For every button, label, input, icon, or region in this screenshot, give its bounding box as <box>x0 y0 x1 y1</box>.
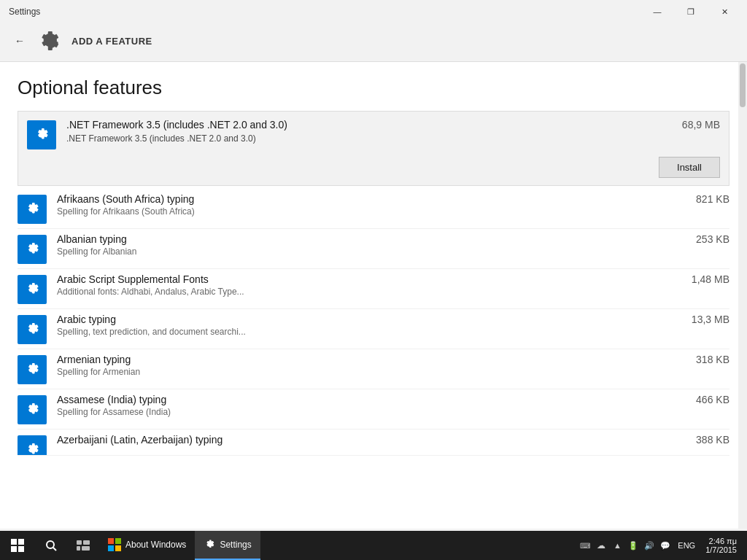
feature-icon <box>27 120 56 149</box>
svg-rect-9 <box>82 546 90 551</box>
svg-point-4 <box>47 541 54 548</box>
feature-desc: Spelling for Assamese (India) <box>57 407 729 417</box>
feature-name: Arabic Script Supplemental Fonts <box>57 273 209 285</box>
scrollbar[interactable] <box>738 62 747 529</box>
svg-rect-8 <box>77 546 80 551</box>
taskbar-app-label: About Windows <box>125 540 186 550</box>
feature-name-row: Assamese (India) typing 466 KB <box>57 394 729 405</box>
feature-name-row: Albanian typing 253 KB <box>57 233 729 245</box>
cloud-icon[interactable]: ☁ <box>595 539 608 552</box>
feature-info: Arabic Script Supplemental Fonts 1,48 MB… <box>57 273 729 297</box>
message-icon[interactable]: 💬 <box>659 539 672 552</box>
about-windows-icon <box>108 538 121 551</box>
feature-size: 1,48 MB <box>692 273 729 285</box>
list-item[interactable]: Arabic typing 13,3 MB Spelling, text pre… <box>18 309 729 349</box>
feature-icon <box>18 235 47 264</box>
scrollbar-thumb[interactable] <box>740 63 746 107</box>
feature-info: Arabic typing 13,3 MB Spelling, text pre… <box>57 314 729 337</box>
search-icon <box>45 540 57 551</box>
feature-name: .NET Framework 3.5 (includes .NET 2.0 an… <box>66 119 287 131</box>
svg-rect-1 <box>18 539 24 545</box>
list-item[interactable]: Arabic Script Supplemental Fonts 1,48 MB… <box>18 269 729 309</box>
list-item[interactable]: Armenian typing 318 KB Spelling for Arme… <box>18 349 729 389</box>
settings-icon <box>38 29 61 52</box>
taskbar-right: ⌨ ☁ ▲ 🔋 🔊 💬 ENG 2:46 πμ 1/7/2015 <box>573 537 747 554</box>
features-list: .NET Framework 3.5 (includes .NET 2.0 an… <box>18 111 729 456</box>
feature-name: Albanian typing <box>57 233 127 245</box>
install-row: Install <box>27 157 720 178</box>
feature-size: 13,3 MB <box>692 314 729 325</box>
list-item[interactable]: Afrikaans (South Africa) typing 821 KB S… <box>18 189 729 229</box>
feature-name-row: Arabic Script Supplemental Fonts 1,48 MB <box>57 273 729 285</box>
minimize-button[interactable]: — <box>640 0 674 23</box>
feature-desc: Spelling, text prediction, and document … <box>57 327 729 337</box>
start-button[interactable] <box>0 531 35 560</box>
windows-logo-icon <box>11 539 24 552</box>
feature-name: Armenian typing <box>57 354 131 365</box>
app-header: ← ADD A FEATURE <box>0 23 747 62</box>
feature-expanded-header: .NET Framework 3.5 (includes .NET 2.0 an… <box>27 119 720 149</box>
title-bar: Settings — ❐ ✕ <box>0 0 747 23</box>
maximize-button[interactable]: ❐ <box>674 0 708 23</box>
svg-rect-6 <box>77 540 82 545</box>
feature-size: 466 KB <box>696 394 729 405</box>
install-button[interactable]: Install <box>659 157 720 178</box>
feature-info: Azerbaijani (Latin, Azerbaijan) typing 3… <box>57 434 729 446</box>
feature-name: Azerbaijani (Latin, Azerbaijan) typing <box>57 434 222 446</box>
settings-taskbar-icon <box>204 539 215 551</box>
feature-desc: .NET Framework 3.5 (includes .NET 2.0 an… <box>66 133 720 144</box>
taskbar-search-button[interactable] <box>35 531 67 560</box>
network-icon[interactable]: ▲ <box>611 539 624 552</box>
svg-rect-13 <box>115 545 121 551</box>
feature-size: 253 KB <box>696 233 729 245</box>
taskbar-time-display: 2:46 πμ <box>705 537 737 545</box>
gear-icon <box>24 201 40 217</box>
feature-icon <box>18 275 47 304</box>
taskbar-apps: About Windows Settings <box>99 531 573 560</box>
feature-name: Afrikaans (South Africa) typing <box>57 193 194 205</box>
svg-rect-7 <box>83 540 90 545</box>
app-title: ADD A FEATURE <box>71 36 152 47</box>
feature-name: Assamese (India) typing <box>57 394 166 405</box>
close-button[interactable]: ✕ <box>708 0 741 23</box>
feature-icon <box>18 315 47 344</box>
back-button[interactable]: ← <box>12 32 28 50</box>
gear-icon <box>24 402 40 418</box>
svg-rect-11 <box>115 538 121 544</box>
feature-icon <box>18 395 47 424</box>
list-item[interactable]: Albanian typing 253 KB Spelling for Alba… <box>18 229 729 269</box>
svg-line-5 <box>53 548 56 551</box>
feature-desc: Additional fonts: Aldhabi, Andalus, Arab… <box>57 287 729 297</box>
gear-icon <box>34 127 50 143</box>
svg-rect-2 <box>11 546 17 552</box>
taskbar-app-settings[interactable]: Settings <box>195 531 260 560</box>
task-view-button[interactable] <box>67 531 99 560</box>
svg-rect-12 <box>108 545 114 551</box>
taskbar-date-display: 1/7/2015 <box>705 545 737 554</box>
list-item[interactable]: .NET Framework 3.5 (includes .NET 2.0 an… <box>18 111 729 186</box>
feature-size: 821 KB <box>696 193 729 205</box>
feature-name-row: Armenian typing 318 KB <box>57 354 729 365</box>
svg-rect-0 <box>11 539 17 545</box>
feature-info: Assamese (India) typing 466 KB Spelling … <box>57 394 729 417</box>
feature-name: Arabic typing <box>57 314 116 325</box>
taskbar-app-about-windows[interactable]: About Windows <box>99 531 195 560</box>
main-content: Optional features .NET Framework 3.5 (in… <box>0 62 747 529</box>
list-item[interactable]: Azerbaijani (Latin, Azerbaijan) typing 3… <box>18 429 729 456</box>
list-item[interactable]: Assamese (India) typing 466 KB Spelling … <box>18 389 729 429</box>
task-view-icon <box>77 540 90 551</box>
feature-name-row: Afrikaans (South Africa) typing 821 KB <box>57 193 729 205</box>
gear-icon <box>24 322 40 338</box>
gear-icon <box>24 281 40 298</box>
svg-rect-10 <box>108 538 114 544</box>
feature-desc: Spelling for Afrikaans (South Africa) <box>57 206 729 217</box>
feature-icon <box>18 435 47 456</box>
language-indicator[interactable]: ENG <box>678 541 695 550</box>
taskbar-clock[interactable]: 2:46 πμ 1/7/2015 <box>701 537 741 554</box>
feature-name-row: .NET Framework 3.5 (includes .NET 2.0 an… <box>66 119 720 131</box>
keyboard-icon[interactable]: ⌨ <box>578 539 592 552</box>
battery-icon[interactable]: 🔋 <box>627 539 640 552</box>
feature-info: Albanian typing 253 KB Spelling for Alba… <box>57 233 729 257</box>
feature-info: Armenian typing 318 KB Spelling for Arme… <box>57 354 729 377</box>
volume-icon[interactable]: 🔊 <box>643 539 656 552</box>
